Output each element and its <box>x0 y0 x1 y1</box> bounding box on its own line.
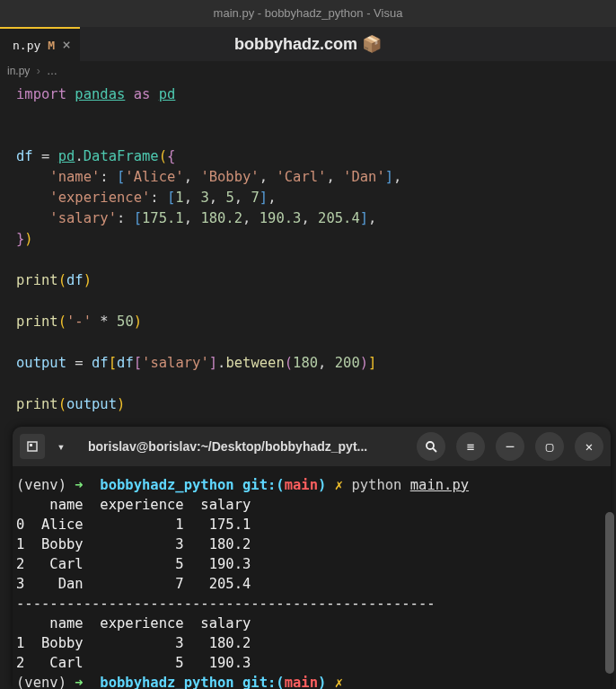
variable: output <box>16 355 66 371</box>
prompt-arrow-icon: ➜ <box>75 675 83 689</box>
string: 'name' <box>49 169 100 185</box>
terminal-title: borislav@borislav:~/Desktop/bobbyhadz_py… <box>77 439 406 454</box>
string: 'Carl' <box>276 169 326 185</box>
tab-filename: n.py <box>13 39 40 52</box>
table-row: 3 Dan 7 205.4 <box>16 576 251 592</box>
class: DataFrame <box>84 148 159 164</box>
function: print <box>16 272 58 288</box>
dirty-icon: ✗ <box>335 675 343 689</box>
editor-tabs: n.py M × bobbyhadz.com 📦 <box>0 27 616 61</box>
git-branch: main <box>285 675 318 689</box>
close-icon[interactable]: ✕ <box>575 432 603 461</box>
table-row: 2 Carl 5 190.3 <box>16 655 251 671</box>
watermark-text: bobbyhadz.com <box>234 35 357 53</box>
table-header: name experience salary <box>16 497 251 513</box>
number: 3 <box>200 190 208 206</box>
git-branch: main <box>285 477 318 493</box>
breadcrumb[interactable]: in.py › … <box>0 61 616 81</box>
alias: pd <box>159 86 176 102</box>
dirty-icon: ✗ <box>335 477 343 493</box>
svg-rect-1 <box>30 444 32 446</box>
git-close: ) <box>318 675 326 689</box>
tab-main-py[interactable]: n.py M × <box>0 27 80 61</box>
function: print <box>16 314 58 330</box>
venv-label: (venv) <box>16 675 66 689</box>
number: 5 <box>225 190 233 206</box>
command-arg: main.py <box>410 477 469 493</box>
box-icon: 📦 <box>362 35 382 53</box>
string: 'salary' <box>49 210 117 226</box>
variable: df <box>66 272 84 288</box>
keyword: as <box>134 86 151 102</box>
number: 50 <box>117 314 134 330</box>
tab-close-icon[interactable]: × <box>62 38 71 52</box>
function: print <box>16 396 58 412</box>
number: 175.1 <box>142 210 184 226</box>
tab-modified-indicator: M <box>48 39 55 52</box>
svg-point-2 <box>427 442 434 449</box>
command: python <box>351 477 401 493</box>
chevron-right-icon: › <box>37 65 40 77</box>
minimize-icon[interactable]: ─ <box>496 432 524 461</box>
method: between <box>225 355 284 371</box>
string: 'experience' <box>49 190 150 206</box>
keyword: import <box>16 86 66 102</box>
number: 7 <box>251 190 259 206</box>
table-row: 1 Bobby 3 180.2 <box>16 635 251 651</box>
git-close: ) <box>318 477 326 493</box>
terminal-new-tab-button[interactable] <box>20 434 45 459</box>
svg-line-3 <box>433 448 436 452</box>
terminal-output[interactable]: (venv) ➜ bobbyhadz_python git:(main) ✗ p… <box>13 466 611 689</box>
cwd: bobbyhadz_python <box>100 477 233 493</box>
menu-icon[interactable]: ≡ <box>456 432 485 461</box>
string: 'Alice' <box>125 169 183 185</box>
variable: df <box>117 355 134 371</box>
window-titlebar: main.py - bobbyhadz_python - Visua <box>0 0 616 27</box>
string: 'Dan' <box>343 169 385 185</box>
number: 190.3 <box>260 210 302 226</box>
number: 200 <box>335 355 360 371</box>
string: 'Bobby' <box>200 169 259 185</box>
variable: df <box>92 355 109 371</box>
search-icon[interactable] <box>417 432 445 461</box>
separator: ----------------------------------------… <box>16 596 436 612</box>
variable: df <box>16 148 33 164</box>
table-row: 1 Bobby 3 180.2 <box>16 536 251 552</box>
number: 180.2 <box>200 210 242 226</box>
number: 180 <box>293 355 318 371</box>
number: 205.4 <box>318 210 360 226</box>
watermark: bobbyhadz.com 📦 <box>234 34 382 54</box>
venv-label: (venv) <box>16 477 66 493</box>
code-editor[interactable]: import pandas as pd df = pd.DataFrame({ … <box>0 81 616 422</box>
string: 'salary' <box>142 355 209 371</box>
maximize-icon[interactable]: ▢ <box>535 432 564 461</box>
module-ref: pd <box>58 148 75 164</box>
terminal-window: ▾ borislav@borislav:~/Desktop/bobbyhadz_… <box>13 427 611 689</box>
breadcrumb-file: in.py <box>7 65 30 77</box>
terminal-header: ▾ borislav@borislav:~/Desktop/bobbyhadz_… <box>13 427 611 466</box>
git-label: git:( <box>242 477 285 493</box>
string: '-' <box>66 314 92 330</box>
breadcrumb-more: … <box>47 65 57 77</box>
scrollbar[interactable] <box>605 512 614 674</box>
git-label: git:( <box>242 675 285 689</box>
table-row: 0 Alice 1 175.1 <box>16 517 251 533</box>
variable: output <box>66 396 117 412</box>
prompt-arrow-icon: ➜ <box>75 477 83 493</box>
terminal-dropdown-icon[interactable]: ▾ <box>52 434 70 459</box>
number: 1 <box>175 190 183 206</box>
table-row: 2 Carl 5 190.3 <box>16 556 251 572</box>
table-header: name experience salary <box>16 615 251 632</box>
module: pandas <box>75 86 125 102</box>
cwd: bobbyhadz_python <box>100 675 233 689</box>
